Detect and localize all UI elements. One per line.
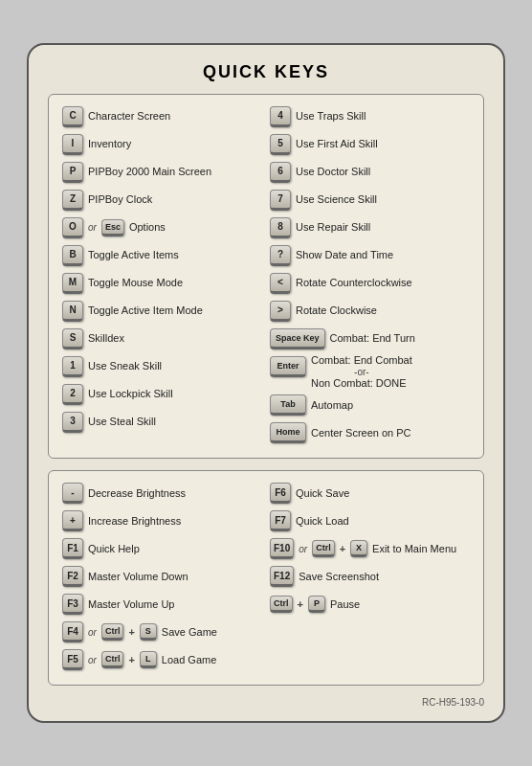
main-keys-right: 4 Use Traps Skill 5 Use First Aid Skill … (270, 104, 470, 448)
key-c: C (62, 106, 83, 127)
label-space: Combat: End Turn (330, 332, 415, 345)
label-minus: Decrease Brightness (88, 487, 186, 500)
key-row-less: < Rotate Counterclockwise (270, 271, 470, 296)
label-less: Rotate Counterclockwise (296, 277, 412, 289)
key-row-f3: F3 Master Volume Up (62, 592, 262, 617)
key-b: B (62, 245, 83, 266)
key-row-6: 6 Use Doctor Skill (270, 160, 470, 185)
main-keys-left: C Character Screen I Inventory P PIPBoy … (62, 104, 262, 448)
plus-pause: + (298, 598, 303, 610)
label-4: Use Traps Skill (296, 110, 366, 123)
key-s: S (62, 328, 83, 349)
key-row-p: P PIPBoy 2000 Main Screen (62, 160, 262, 185)
main-keys-grid: C Character Screen I Inventory P PIPBoy … (62, 104, 470, 448)
key-row-enter: Enter Combat: End Combat -or- Non Combat… (270, 354, 470, 390)
label-tab: Automap (311, 399, 353, 412)
key-ctrl-pause: Ctrl (270, 596, 293, 613)
label-f6: Quick Save (296, 487, 349, 500)
label-or: -or- (311, 367, 412, 377)
key-row-tab: Tab Automap (270, 393, 470, 417)
key-f2: F2 (62, 566, 83, 587)
key-row-2: 2 Use Lockpick Skill (62, 382, 262, 407)
key-row-3: 3 Use Steal Skill (62, 410, 262, 435)
key-plus: + (62, 510, 83, 531)
label-s: Skilldex (88, 332, 124, 345)
key-home: Home (270, 422, 306, 443)
key-row-f1: F1 Quick Help (62, 536, 262, 561)
key-enter: Enter (270, 356, 306, 377)
label-f1: Quick Help (88, 543, 140, 555)
key-row-c: C Character Screen (62, 104, 262, 129)
key-i: I (62, 134, 83, 155)
key-greater: > (270, 301, 291, 322)
key-f10: F10 (270, 538, 294, 559)
label-2: Use Lockpick Skill (88, 388, 173, 400)
key-row-f10: F10 or Ctrl + X Exit to Main Menu (270, 536, 470, 561)
key-row-8: 8 Use Repair Skill (270, 215, 470, 240)
key-row-m: M Toggle Mouse Mode (62, 271, 262, 296)
key-f7: F7 (270, 510, 291, 531)
key-row-z: Z PIPBoy Clock (62, 188, 262, 213)
key-f4: F4 (62, 621, 83, 642)
key-row-home: Home Center Screen on PC (270, 420, 470, 445)
plus-f5: + (128, 654, 134, 665)
label-6: Use Doctor Skill (296, 166, 370, 178)
key-row-f5: F5 or Ctrl + L Load Game (62, 647, 262, 672)
fn-keys-right: F6 Quick Save F7 Quick Load F10 or Ctrl … (270, 481, 470, 675)
key-f1: F1 (62, 538, 83, 559)
or-o: or (88, 222, 97, 233)
key-n: N (62, 301, 83, 322)
label-home: Center Screen on PC (311, 427, 411, 439)
or-f10: or (299, 544, 307, 554)
label-z: PIPBoy Clock (88, 193, 152, 206)
key-row-space: Space Key Combat: End Turn (270, 327, 470, 351)
key-row-greater: > Rotate Clockwise (270, 299, 470, 324)
key-space: Space Key (270, 328, 325, 349)
label-question: Show Date and Time (296, 249, 393, 261)
key-row-f12: F12 Save Screenshot (270, 564, 470, 589)
key-tab: Tab (270, 394, 306, 416)
key-row-pause: Ctrl + P Pause (270, 592, 470, 617)
key-row-i: I Inventory (62, 132, 262, 157)
key-4: 4 (270, 106, 291, 127)
label-plus: Increase Brightness (88, 515, 181, 528)
key-7: 7 (270, 190, 291, 211)
label-b: Toggle Active Items (88, 249, 179, 261)
key-s-f4: S (140, 623, 157, 641)
quick-keys-page: QUICK KEYS C Character Screen I Inventor… (27, 43, 505, 723)
key-row-plus: + Increase Brightness (62, 508, 262, 533)
key-row-b: B Toggle Active Items (62, 243, 262, 268)
section-fn-keys: - Decrease Brightness + Increase Brightn… (48, 470, 484, 686)
key-question: ? (270, 245, 291, 266)
label-3: Use Steal Skill (88, 416, 156, 428)
key-p-pause: P (308, 596, 325, 613)
key-8: 8 (270, 217, 291, 238)
key-row-f4: F4 or Ctrl + S Save Game (62, 620, 262, 644)
fn-keys-left: - Decrease Brightness + Increase Brightn… (62, 481, 262, 675)
key-esc: Esc (101, 219, 124, 237)
label-7: Use Science Skill (296, 193, 377, 206)
key-f3: F3 (62, 594, 83, 615)
key-row-minus: - Decrease Brightness (62, 481, 262, 506)
key-3: 3 (62, 412, 83, 433)
label-f2: Master Volume Down (88, 571, 188, 583)
key-ctrl-f4: Ctrl (101, 623, 124, 641)
plus-f4: + (128, 626, 134, 638)
key-row-f6: F6 Quick Save (270, 481, 470, 506)
key-f5: F5 (62, 649, 83, 670)
key-row-7: 7 Use Science Skill (270, 188, 470, 213)
label-f3: Master Volume Up (88, 598, 174, 611)
label-f7: Quick Load (296, 515, 349, 528)
key-x-f10: X (350, 540, 367, 557)
key-row-o: O or Esc Options (62, 215, 262, 240)
label-5: Use First Aid Skill (296, 138, 378, 150)
key-row-s: S Skilldex (62, 327, 262, 351)
key-o: O (62, 217, 83, 238)
label-o: Options (129, 221, 166, 234)
label-f12: Save Screenshot (299, 571, 379, 583)
label-1: Use Sneak Skill (88, 360, 162, 372)
key-ctrl-f10: Ctrl (312, 540, 335, 557)
key-6: 6 (270, 162, 291, 183)
key-l-f5: L (140, 651, 157, 668)
key-minus: - (62, 483, 83, 504)
